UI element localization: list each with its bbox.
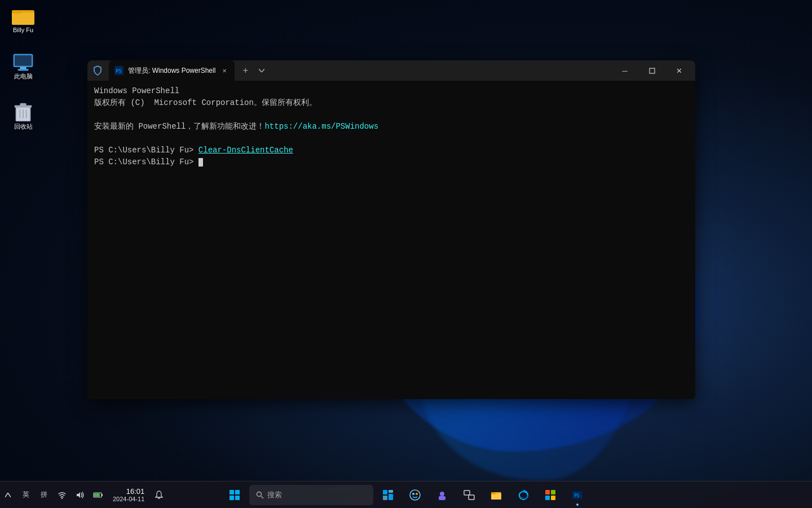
titlebar: PS 管理员: Windows PowerShell ✕ + ─ [87,60,695,81]
taskbar-center: 搜索 [222,483,590,507]
volume-button[interactable] [72,487,88,503]
svg-point-29 [416,493,418,495]
svg-rect-19 [230,496,234,500]
svg-point-27 [410,490,420,500]
search-taskbar-button[interactable]: 搜索 [249,483,373,507]
svg-rect-38 [551,490,555,494]
folder-icon [12,6,34,26]
chevron-down-icon [259,69,264,72]
terminal-taskbar-button[interactable]: PS [565,483,590,507]
desktop: Billy Fu 此电脑 回收站 [0,0,812,508]
start-button[interactable] [222,483,247,507]
file-explorer-button[interactable] [484,483,509,507]
svg-rect-10 [20,103,26,106]
windows-logo-icon [230,490,240,500]
terminal-content[interactable]: Windows PowerShell 版权所有 (C) Microsoft Co… [87,81,695,399]
edge-button[interactable] [511,483,536,507]
svg-rect-31 [439,496,445,500]
desktop-icon-billy-fu[interactable]: Billy Fu [3,3,43,36]
folder-taskbar-icon [490,489,502,501]
clock-date: 2024-04-11 [113,496,144,502]
ps-prompt-2: PS C:\Users\Billy Fu> [94,157,198,167]
tab-dropdown-button[interactable] [254,63,270,78]
ps-line-blank-2 [94,133,689,144]
chat-icon [436,489,448,501]
close-button[interactable]: ✕ [666,62,692,80]
svg-rect-26 [389,494,393,500]
svg-rect-5 [20,67,26,69]
minimize-button[interactable]: ─ [612,62,638,80]
powershell-window: PS 管理员: Windows PowerShell ✕ + ─ [87,60,695,399]
svg-rect-2 [12,10,22,14]
clock-area[interactable]: 16:01 2024-04-11 [108,483,149,507]
ps-line-cursor: PS C:\Users\Billy Fu> [94,156,689,168]
svg-rect-4 [15,55,32,66]
chevron-up-icon [5,493,11,497]
window-controls: ─ ✕ [612,60,695,81]
svg-rect-40 [551,496,555,500]
volume-icon [76,491,85,499]
search-icon [256,491,264,499]
store-button[interactable] [538,483,563,507]
edge-icon [517,489,529,501]
wifi-icon [58,491,67,499]
svg-point-43 [61,497,63,498]
notification-button[interactable] [151,483,167,507]
battery-icon [93,492,103,498]
ps-cursor [198,158,203,167]
ps-prompt-1: PS C:\Users\Billy Fu> [94,146,198,155]
clock-time: 16:01 [126,487,145,496]
svg-rect-18 [235,490,240,494]
battery-button[interactable] [90,487,106,503]
icon-label-recycle-bin: 回收站 [14,122,33,130]
ime-cn-button[interactable]: 拼 [36,487,52,503]
desktop-icon-recycle-bin[interactable]: 回收站 [3,99,43,133]
svg-point-21 [257,492,262,496]
task-view-button[interactable] [457,483,482,507]
svg-rect-45 [94,493,100,497]
maximize-icon [649,68,655,74]
svg-rect-25 [383,496,387,500]
maximize-button[interactable] [639,62,665,80]
ps-line-cmd: PS C:\Users\Billy Fu> Clear-DnsClientCac… [94,144,689,156]
widgets-icon [382,489,394,501]
svg-text:PS: PS [116,68,122,74]
ps-line-3: 安装最新的 PowerShell，了解新功能和改进！https://aka.ms… [94,121,689,133]
ps-link: https://aka.ms/PSWindows [264,122,378,131]
tray-chevron-button[interactable] [0,487,16,503]
svg-rect-1 [12,12,34,25]
store-icon [544,489,557,501]
wifi-button[interactable] [54,487,70,503]
svg-rect-16 [650,68,655,73]
ps-line-1: Windows PowerShell [94,85,689,97]
tab-close-button[interactable]: ✕ [220,66,229,75]
powershell-tab[interactable]: PS 管理员: Windows PowerShell ✕ [109,60,235,81]
svg-rect-37 [545,490,550,494]
svg-rect-39 [545,496,550,500]
recycle-bin-icon [13,101,33,122]
svg-point-30 [440,492,444,496]
shield-button[interactable] [87,60,108,81]
ps-command: Clear-DnsClientCache [198,146,293,155]
ps-tab-icon: PS [114,66,123,75]
svg-line-22 [261,496,263,498]
ps-line-2: 版权所有 (C) Microsoft Corporation。保留所有权利。 [94,97,689,109]
svg-rect-35 [491,494,501,500]
taskbar-right: 英 拼 [0,481,171,508]
svg-rect-6 [18,69,29,71]
widgets-button[interactable] [376,483,400,507]
notification-icon [155,491,163,500]
ime-en-button[interactable]: 英 [18,487,34,503]
ime-cn-label: 拼 [38,490,50,500]
copilot-button[interactable] [403,483,427,507]
svg-text:PS: PS [574,493,580,498]
shield-icon [93,65,102,76]
chat-button[interactable] [430,483,454,507]
new-tab-button[interactable]: + [237,62,254,79]
titlebar-left: PS 管理员: Windows PowerShell ✕ + [87,60,612,81]
icon-label-this-pc: 此电脑 [14,72,33,80]
desktop-icon-this-pc[interactable]: 此电脑 [3,51,43,82]
taskbar: 搜索 [0,481,812,508]
ps-line-blank-1 [94,109,689,121]
svg-rect-36 [491,492,496,494]
